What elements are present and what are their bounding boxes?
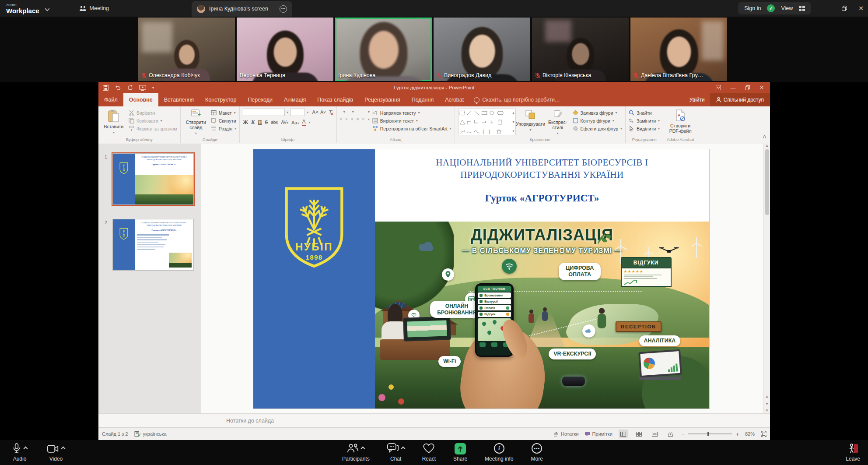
new-slide-button[interactable]: Створити слайд ▾: [184, 109, 208, 135]
undo-icon[interactable]: [115, 85, 121, 90]
ppt-close-button[interactable]: ✕: [760, 85, 764, 91]
window-close-button[interactable]: ✕: [858, 5, 864, 12]
grow-font-button[interactable]: A˄: [312, 109, 318, 116]
justify-icon[interactable]: [357, 118, 359, 120]
slideshow-view-button[interactable]: [666, 430, 676, 438]
zoom-out-button[interactable]: −: [682, 431, 685, 437]
normal-view-button[interactable]: [619, 430, 628, 438]
align-left-icon[interactable]: [340, 118, 342, 120]
participant-tile-active-speaker[interactable]: Ірина Кудінова: [335, 18, 432, 81]
reset-button[interactable]: Скинути: [211, 118, 236, 123]
tab-transitions[interactable]: Переходи: [242, 93, 278, 106]
qat-customize-icon[interactable]: ▾: [152, 86, 154, 90]
scroll-down-icon[interactable]: ▼: [765, 409, 769, 412]
zoom-level[interactable]: 82%: [745, 431, 755, 437]
font-color-button[interactable]: A: [302, 119, 305, 126]
slide-thumbnail-2[interactable]: НАЦІОНАЛЬНИЙ УНІВЕРСИТЕТ БІОРЕСУРСІВ І П…: [112, 219, 194, 271]
spellcheck-icon[interactable]: [134, 431, 140, 437]
start-slideshow-icon[interactable]: [139, 85, 146, 91]
chat-button[interactable]: Chat: [387, 443, 405, 462]
ppt-minimize-button[interactable]: —: [731, 85, 736, 90]
shape-fill-button[interactable]: Заливка фігури▾: [573, 110, 622, 116]
video-options-chevron-icon[interactable]: [61, 447, 66, 451]
bold-button[interactable]: Ж: [243, 119, 248, 126]
align-center-icon[interactable]: [346, 118, 348, 120]
participant-tile[interactable]: Вікторія Кінзерська: [532, 18, 629, 81]
text-direction-button[interactable]: A Напрямок тексту▾: [372, 110, 452, 116]
language-indicator[interactable]: українська: [143, 431, 167, 437]
align-text-button[interactable]: Вирівняти текст▾: [372, 118, 452, 123]
clear-formatting-icon[interactable]: [328, 109, 333, 115]
workspace-chevron-down-icon[interactable]: [46, 4, 49, 12]
format-painter-button[interactable]: Формат за зразком: [129, 126, 177, 131]
view-button[interactable]: View: [781, 5, 793, 11]
vertical-scrollbar[interactable]: ▲ ▲ ▼ ▼: [763, 144, 770, 413]
strikethrough-button[interactable]: S: [265, 119, 268, 126]
view-grid-icon[interactable]: [799, 6, 805, 11]
shape-effects-button[interactable]: Ефекти для фігур▾: [573, 126, 622, 131]
participants-button[interactable]: Participants: [342, 443, 370, 462]
meeting-info-button[interactable]: i Meeting info: [485, 443, 513, 462]
redo-icon[interactable]: [127, 85, 133, 91]
leave-button[interactable]: Leave: [846, 443, 860, 462]
participant-tile[interactable]: Виноградов Давид: [434, 18, 530, 81]
share-document-button[interactable]: Спільний доступ: [710, 93, 770, 106]
shapes-gallery[interactable]: ▴ ▾ {}▾: [458, 109, 516, 135]
italic-button[interactable]: К: [251, 119, 255, 126]
participant-tile[interactable]: Вероніка Терниця: [237, 18, 333, 81]
tab-file[interactable]: Файл: [98, 93, 123, 106]
ppt-restore-button[interactable]: [745, 85, 750, 90]
create-pdf-button[interactable]: A Створити PDF-файл: [666, 109, 694, 135]
font-name-input[interactable]: [243, 109, 285, 116]
notes-pane[interactable]: Нотатки до слайда: [98, 413, 770, 427]
tab-meeting[interactable]: Meeting: [80, 5, 109, 11]
office-sign-in-button[interactable]: Увійти: [684, 97, 710, 103]
tab-design[interactable]: Конструктор: [200, 93, 242, 106]
more-button[interactable]: ••• More: [531, 443, 542, 462]
tab-review[interactable]: Рецензування: [359, 93, 406, 106]
participant-tile[interactable]: Даніела Віталіївна Гру…: [630, 18, 727, 81]
video-button[interactable]: Video: [47, 443, 65, 462]
layout-button[interactable]: Макет▾: [211, 110, 236, 116]
audio-button[interactable]: Audio: [12, 443, 27, 462]
tab-home[interactable]: Основне: [123, 93, 158, 106]
previous-slide-button[interactable]: ▲: [765, 395, 769, 398]
shrink-font-button[interactable]: A˅: [320, 110, 326, 115]
arrange-button[interactable]: Упорядкувати ▾: [518, 109, 543, 135]
participants-options-chevron-icon[interactable]: [360, 447, 365, 451]
tab-more-options-icon[interactable]: •••: [280, 5, 287, 13]
slide-thumbnail-1[interactable]: НАЦІОНАЛЬНИЙ УНІВЕРСИТЕТ БІОРЕСУРСІВ І П…: [112, 153, 194, 205]
sign-in-button[interactable]: Sign in: [744, 5, 761, 11]
chat-options-chevron-icon[interactable]: [401, 447, 405, 451]
notes-toggle-button[interactable]: Нотатки: [554, 431, 579, 437]
paste-dropdown-icon[interactable]: ▾: [113, 130, 115, 134]
scrollbar-thumb[interactable]: [765, 149, 769, 215]
tab-acrobat[interactable]: Acrobat: [439, 93, 469, 106]
tab-animations[interactable]: Анімація: [278, 93, 312, 106]
zoom-slider[interactable]: − +: [682, 431, 739, 437]
align-right-icon[interactable]: [351, 118, 353, 120]
share-button[interactable]: Share: [453, 443, 467, 462]
collapse-ribbon-icon[interactable]: ˄: [763, 133, 766, 141]
comments-toggle-button[interactable]: Примітки: [585, 431, 612, 437]
slide-1[interactable]: НУБІП 1898 НАЦІОНАЛЬНИЙ УНІВЕРСИТЕТ БІОР…: [253, 149, 709, 409]
zoom-slider-thumb[interactable]: [707, 432, 709, 436]
quick-styles-button[interactable]: Експрес-стилі ▾: [546, 109, 570, 135]
next-slide-button[interactable]: ▼: [765, 402, 769, 406]
shape-outline-button[interactable]: Контур фігури▾: [573, 118, 622, 123]
audio-options-chevron-icon[interactable]: [24, 447, 28, 451]
save-icon[interactable]: [103, 85, 108, 91]
fit-to-window-icon[interactable]: [761, 431, 766, 437]
slide-sorter-view-button[interactable]: [634, 430, 644, 438]
reading-view-button[interactable]: [650, 430, 660, 438]
tab-screen-share[interactable]: Ірина Кудінова's screen •••: [192, 1, 292, 17]
tab-slideshow[interactable]: Показ слайдів: [312, 93, 359, 106]
ribbon-display-options-icon[interactable]: [716, 85, 721, 90]
select-button[interactable]: Виділити▾: [629, 126, 660, 131]
slide-canvas[interactable]: НУБІП 1898 НАЦІОНАЛЬНИЙ УНІВЕРСИТЕТ БІОР…: [201, 144, 770, 413]
window-minimize-button[interactable]: —: [824, 5, 830, 12]
participant-tile[interactable]: Олександра Кобічук: [138, 18, 235, 81]
replace-button[interactable]: ab Замінити▾: [629, 118, 660, 123]
cut-button[interactable]: Вирізати: [129, 110, 177, 116]
new-slide-dropdown-icon[interactable]: ▾: [195, 131, 197, 135]
